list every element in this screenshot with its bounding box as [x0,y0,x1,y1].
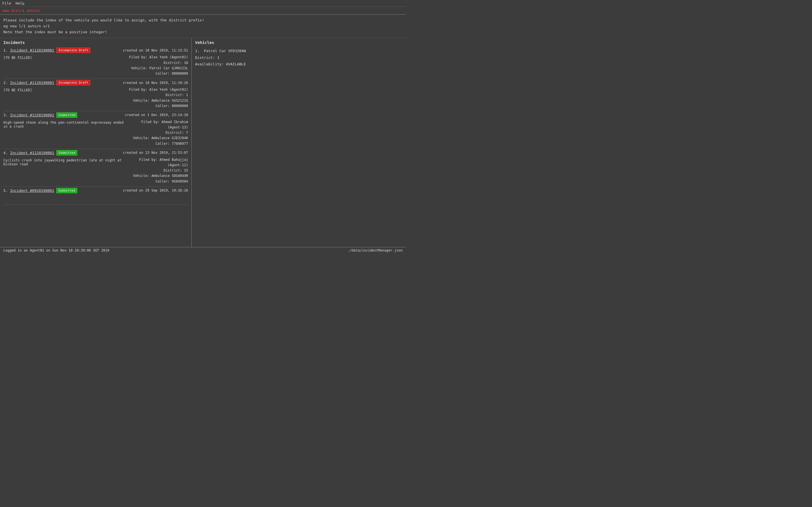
district: District: 7 [128,130,188,135]
incident-created: created on 1 Dec 2019, 23:14:10 [125,113,188,117]
incident-description: [TO BE FILLED] [3,56,32,60]
caller: Caller: 95049504 [127,179,188,184]
incident-body: Cyclists crash into jaywalking pedestria… [3,157,188,184]
incident-item: 4. Incident #1120190001 Submitted create… [3,150,188,187]
incident-number: 4. [3,151,8,155]
incident-created: created on 23 Nov 2019, 21:53:07 [123,151,188,155]
incident-details: Filed by: Ahmad Ibrahim (Agent-13) Distr… [128,119,188,147]
vehicle: Vehicle: Patrol Car GJR8123L [129,66,188,71]
incident-created: created on 10 Nov 2019, 11:13:51 [123,48,188,52]
incident-header: 3. Incident #1220190002 Submitted create… [3,112,188,118]
incident-number: 3. [3,113,8,117]
main-content: Incidents 1. Incident #1120190001 Incomp… [0,38,406,247]
status-bar: Logged in as Agent01 on Sun Nov 10 20:39… [0,247,406,253]
help-line2: eg new l/1 auto/n v/1 [3,23,403,29]
status-left: Logged in as Agent01 on Sun Nov 10 20:39… [3,248,109,252]
incident-header: 4. Incident #1120190001 Submitted create… [3,150,188,156]
incident-body [3,195,188,202]
incident-link[interactable]: Incident #1120190001 [10,80,54,85]
incident-created: created on 29 Sep 2019, 19:26:16 [123,188,188,192]
incident-header-left: 1. Incident #1120190001 Incomplete Draft [3,48,90,53]
menu-help[interactable]: Help [15,1,24,5]
vehicle-name: 1. Patrol Car SFD3204W [195,48,403,54]
incidents-title: Incidents [3,40,188,45]
incident-description: Cyclists crash into jaywalking pedestria… [3,158,127,166]
incident-link[interactable]: Incident #0920190001 [10,188,54,193]
district: District: 10 [129,60,188,66]
filed-by: Filed by: Ahmed Bahajjaj (Agent-11) [127,157,188,168]
incident-header-left: 3. Incident #1220190002 Submitted [3,112,77,118]
incident-description: [TO BE FILLED] [3,88,32,93]
incident-number: 2. [3,80,8,85]
incident-header: 2. Incident #1120190001 Incomplete Draft… [3,80,188,86]
vehicle: Vehicle: Ambulance GJE3294K [128,135,188,141]
vehicles-list: 1. Patrol Car SFD3204W District: 1 Avail… [195,48,403,67]
incident-item: 3. Incident #1220190002 Submitted create… [3,112,188,149]
command-area [0,7,406,15]
incident-header-left: 4. Incident #1120190001 Submitted [3,150,77,156]
menu-file[interactable]: File [2,1,11,5]
incident-details: Filed by: Alex Yeoh (Agent01) District: … [129,87,188,109]
incident-badge[interactable]: Submitted [56,188,77,193]
incident-badge[interactable]: Incomplete Draft [56,80,90,86]
vehicle-availability: Availability: AVAILABLE [195,61,403,67]
incident-header-left: 2. Incident #1120190001 Incomplete Draft [3,80,90,86]
caller: Caller: 77898977 [128,141,188,147]
vehicles-panel: Vehicles 1. Patrol Car SFD3204W District… [192,38,406,247]
incident-badge[interactable]: Incomplete Draft [56,48,90,53]
incident-details: Filed by: Ahmed Bahajjaj (Agent-11) Dist… [127,157,188,184]
menu-bar: File Help [0,0,406,7]
incident-link[interactable]: Incident #1120190001 [10,48,54,52]
help-text: Please include the index of the vehicle … [0,15,406,38]
incident-item: 5. Incident #0920190001 Submitted create… [3,188,188,205]
incident-link[interactable]: Incident #1120190001 [10,151,54,155]
incident-body: [TO BE FILLED] Filed by: Alex Yeoh (Agen… [3,55,188,76]
filed-by: Filed by: Alex Yeoh (Agent01) [129,55,188,60]
vehicle-item: 1. Patrol Car SFD3204W District: 1 Avail… [195,48,403,67]
incidents-list: 1. Incident #1120190001 Incomplete Draft… [3,48,188,205]
help-line3: Note that the index must be a positive i… [3,29,403,35]
incident-badge[interactable]: Submitted [56,112,77,118]
incident-body: [TO BE FILLED] Filed by: Alex Yeoh (Agen… [3,87,188,109]
filed-by: Filed by: Ahmad Ibrahim (Agent-13) [128,119,188,130]
incident-header: 5. Incident #0920190001 Submitted create… [3,188,188,193]
command-input[interactable] [2,8,404,13]
vehicle: Vehicle: Ambulance SDG4044R [127,173,188,179]
status-right: ./data/incidentManager.json [348,248,403,252]
caller: Caller: 00000000 [129,103,188,109]
district: District: 1 [129,93,188,98]
incident-body: High-speed chase along the pan-continent… [3,119,188,147]
incident-header-left: 5. Incident #0920190001 Submitted [3,188,77,193]
vehicle-district: District: 1 [195,54,403,61]
vehicles-title: Vehicles [195,40,403,45]
incident-created: created on 10 Nov 2019, 11:10:26 [123,81,188,85]
incident-item: 2. Incident #1120190001 Incomplete Draft… [3,80,188,111]
filed-by: Filed by: Alex Yeoh (Agent01) [129,87,188,93]
vehicle: Vehicle: Ambulance SGS2121G [129,98,188,103]
incident-link[interactable]: Incident #1220190002 [10,113,54,117]
incident-details: Filed by: Alex Yeoh (Agent01) District: … [129,55,188,76]
incident-number: 5. [3,188,8,193]
district: District: 15 [127,168,188,173]
incident-number: 1. [3,48,8,52]
incidents-panel: Incidents 1. Incident #1120190001 Incomp… [0,38,192,247]
incident-badge[interactable]: Submitted [56,150,77,156]
incident-item: 1. Incident #1120190001 Incomplete Draft… [3,48,188,79]
incident-header: 1. Incident #1120190001 Incomplete Draft… [3,48,188,53]
caller: Caller: 00000000 [129,71,188,76]
help-line1: Please include the index of the vehicle … [3,17,403,23]
incident-description: High-speed chase along the pan-continent… [3,121,128,128]
